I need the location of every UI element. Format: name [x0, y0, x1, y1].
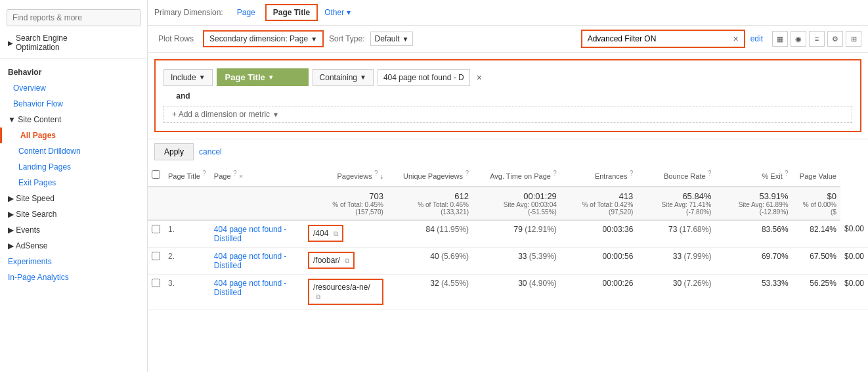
- list-view-icon[interactable]: ≡: [809, 31, 825, 47]
- row-pageviews: 32 (4.55%): [387, 275, 473, 310]
- sidebar-item-site-search[interactable]: ▶ Site Search: [0, 206, 147, 222]
- sidebar-item-overview[interactable]: Overview: [0, 80, 147, 96]
- sidebar-item-behavior-flow[interactable]: Behavior Flow: [0, 96, 147, 112]
- page-url-text: /404: [313, 229, 328, 238]
- sidebar-item-adsense[interactable]: ▶ AdSense: [0, 238, 147, 254]
- row-checkbox[interactable]: [148, 220, 164, 248]
- columns-icon[interactable]: ⊞: [846, 31, 861, 47]
- row-number: 2.: [164, 248, 210, 275]
- col-bounce-rate: Bounce Rate ?: [637, 164, 715, 187]
- page-title-link[interactable]: 404 page not found - Distilled: [214, 279, 287, 297]
- sidebar-item-inpage-analytics[interactable]: In-Page Analytics: [0, 269, 147, 285]
- remove-col-icon[interactable]: ×: [239, 172, 243, 180]
- external-link-icon[interactable]: ⧉: [334, 230, 338, 237]
- help-icon[interactable]: ?: [708, 170, 712, 177]
- row-unique: 30 (4.90%): [473, 275, 561, 310]
- row-page-url: /resources/a-ne/ ⧉: [304, 275, 387, 310]
- summary-unique: 612 % of Total: 0.46% (133,321): [387, 187, 473, 220]
- advanced-filter-box[interactable]: ×: [581, 30, 745, 48]
- sidebar-item-label: Experiments: [8, 257, 52, 266]
- sidebar-item-content-drilldown[interactable]: Content Drilldown: [0, 143, 147, 159]
- external-link-icon[interactable]: ⧉: [316, 293, 320, 300]
- row-bounce: 53.33%: [715, 275, 792, 310]
- page-url-box: /404 ⧉: [308, 225, 343, 242]
- page-title-link[interactable]: 404 page not found - Distilled: [214, 225, 287, 243]
- row-number: 3.: [164, 275, 210, 310]
- tab-page[interactable]: Page: [230, 5, 263, 20]
- page-url-box: /resources/a-ne/ ⧉: [308, 279, 383, 305]
- col-unique-pageviews: Unique Pageviews ?: [387, 164, 473, 187]
- filter-field-button[interactable]: Page Title ▼: [217, 68, 309, 86]
- sidebar-section-behavior: Behavior: [0, 64, 147, 80]
- containing-button[interactable]: Containing ▼: [313, 69, 374, 86]
- sidebar-item-label: ▶ Events: [8, 225, 40, 235]
- row-page-title: 404 page not found - Distilled: [210, 248, 304, 275]
- sidebar-item-exit-pages[interactable]: Exit Pages: [0, 175, 147, 191]
- sidebar-item-site-content[interactable]: ▼ Site Content: [0, 112, 147, 128]
- help-icon[interactable]: ?: [630, 170, 634, 177]
- sidebar-item-label: Search EngineOptimization: [16, 34, 68, 52]
- col-page-value: Page Value: [792, 164, 840, 187]
- col-avg-time: Avg. Time on Page ?: [473, 164, 561, 187]
- row-unique: 33 (5.39%): [473, 248, 561, 275]
- chevron-down-icon: ▼: [360, 74, 366, 81]
- search-input[interactable]: [7, 9, 141, 26]
- sidebar-item-experiments[interactable]: Experiments: [0, 254, 147, 269]
- help-icon[interactable]: ?: [465, 170, 469, 177]
- row-checkbox[interactable]: [148, 248, 164, 275]
- summary-bounce: 65.84% Site Avg: 71.41% (-7.80%): [637, 187, 715, 220]
- view-icons: ▦ ◉ ≡ ⚙ ⊞: [772, 31, 861, 47]
- col-pageviews[interactable]: Pageviews ? ↓: [304, 164, 387, 187]
- pie-view-icon[interactable]: ◉: [791, 31, 806, 47]
- sidebar-item-site-speed[interactable]: ▶ Site Speed: [0, 191, 147, 206]
- plot-rows-button[interactable]: Plot Rows: [154, 32, 198, 45]
- table-row: 1. 404 page not found - Distilled /404 ⧉…: [148, 220, 868, 248]
- row-checkbox[interactable]: [148, 275, 164, 310]
- close-icon[interactable]: ×: [477, 72, 482, 83]
- sidebar-item-events[interactable]: ▶ Events: [0, 222, 147, 238]
- page-url-box: /foobar/ ⧉: [308, 252, 355, 269]
- tab-other[interactable]: Other ▾: [320, 5, 354, 20]
- dimensions-bar: Primary Dimension: Page Page Title Other…: [148, 0, 868, 26]
- secondary-dimension-select[interactable]: Secondary dimension: Page ▼: [203, 30, 324, 47]
- sidebar-item-label: ▶ Site Speed: [8, 194, 54, 203]
- sidebar-item-seo[interactable]: ▶ Search EngineOptimization: [0, 30, 147, 55]
- page-title-link[interactable]: 404 page not found - Distilled: [214, 252, 287, 270]
- help-icon[interactable]: ?: [202, 170, 206, 177]
- and-label: and: [163, 86, 203, 103]
- sidebar-item-label: Landing Pages: [18, 162, 71, 172]
- include-label: Include: [171, 73, 196, 82]
- cancel-link[interactable]: cancel: [199, 147, 222, 156]
- close-icon[interactable]: ×: [733, 34, 738, 44]
- filter-row: Include ▼ Page Title ▼ Containing ▼ 404 …: [163, 68, 852, 86]
- sidebar-item-landing-pages[interactable]: Landing Pages: [0, 159, 147, 175]
- summary-row: 703 % of Total: 0.45% (157,570) 612 % of…: [148, 187, 868, 220]
- table-row: 2. 404 page not found - Distilled /fooba…: [148, 248, 868, 275]
- help-icon[interactable]: ?: [233, 170, 237, 177]
- sort-type-select[interactable]: Default ▼: [370, 32, 414, 46]
- sidebar-item-label: ▼ Site Content: [8, 115, 61, 124]
- row-avg-time: 00:00:56: [561, 248, 637, 275]
- apply-button[interactable]: Apply: [154, 143, 194, 160]
- external-link-icon[interactable]: ⧉: [345, 257, 349, 264]
- settings-icon[interactable]: ⚙: [827, 31, 843, 47]
- advanced-filter-input[interactable]: [588, 34, 729, 43]
- tab-page-title[interactable]: Page Title: [265, 4, 318, 21]
- grid-view-icon[interactable]: ▦: [772, 31, 788, 47]
- data-table: Page Title ? Page ? × Pageviews ? ↓: [148, 164, 868, 310]
- main-content: Primary Dimension: Page Page Title Other…: [148, 0, 868, 372]
- help-icon[interactable]: ?: [553, 170, 557, 177]
- containing-label: Containing: [320, 73, 357, 82]
- page-url-text: /foobar/: [313, 256, 340, 265]
- select-all-checkbox[interactable]: [148, 164, 164, 187]
- help-icon[interactable]: ?: [785, 170, 789, 177]
- row-avg-time: 00:03:36: [561, 220, 637, 248]
- edit-link[interactable]: edit: [750, 34, 763, 43]
- chevron-down-icon: ▼: [311, 35, 317, 43]
- row-value: $0.00: [840, 248, 868, 275]
- include-button[interactable]: Include ▼: [163, 69, 213, 86]
- sidebar-item-all-pages[interactable]: All Pages: [0, 128, 147, 143]
- primary-dim-label: Primary Dimension:: [154, 8, 223, 17]
- add-dimension-button[interactable]: + Add a dimension or metric ▼: [163, 106, 852, 123]
- help-icon[interactable]: ?: [374, 170, 378, 177]
